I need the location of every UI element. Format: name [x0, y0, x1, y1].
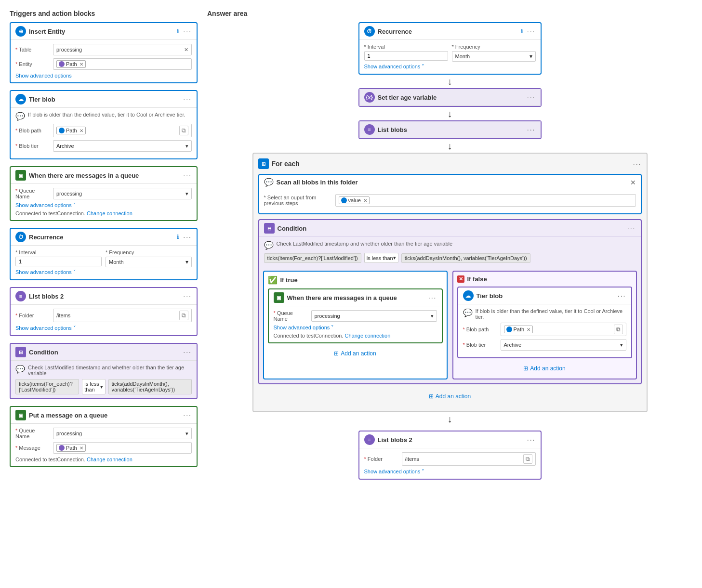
queue-left-change-connection[interactable]: Change connection [87, 210, 132, 216]
put-message-tag-text: Path [66, 445, 77, 451]
list-blobs-menu[interactable]: ··· [527, 126, 536, 133]
if-true-queue-menu[interactable]: ··· [428, 294, 437, 301]
condition-right-menu[interactable]: ··· [627, 224, 636, 232]
table-clear-icon[interactable]: ✕ [184, 47, 188, 53]
if-false-tier-blob-card: ☁ Tier blob ··· 💬 If blob is olde [457, 287, 632, 358]
if-false-tier-blob-description: 💬 If blob is older than the defined valu… [463, 308, 626, 320]
condition-left-op[interactable]: is less than ▾ [82, 379, 105, 394]
set-tier-age-menu[interactable]: ··· [527, 93, 536, 101]
recurrence-left-interval-input[interactable] [15, 257, 102, 266]
if-true-add-action[interactable]: ⊞ Add an action [268, 347, 443, 360]
folder-bottom-copy-icon[interactable]: ⧉ [523, 454, 532, 464]
if-false-blob-path-tag-close[interactable]: ✕ [527, 327, 530, 332]
if-false-blob-tier-value[interactable]: Archive ▾ [501, 339, 626, 351]
list-blobs-2-left-menu[interactable]: ··· [183, 292, 192, 300]
condition-left-menu[interactable]: ··· [183, 348, 192, 356]
scan-blobs-value-tag-close[interactable]: ✕ [363, 198, 367, 203]
recurrence-left-menu[interactable]: ··· [183, 233, 192, 241]
list-blobs-2-left-title: List blobs 2 [29, 293, 64, 300]
condition-right-left: ticks(items(For_each)?['LastModified']) [264, 253, 361, 263]
insert-entity-show-advanced[interactable]: Show advanced options [15, 73, 192, 78]
recurrence-left-frequency-select[interactable]: Month ▾ [106, 257, 192, 267]
set-tier-age-icon: {x} [364, 92, 375, 103]
if-true-queue-name-label: Queue Name [274, 310, 307, 322]
if-true-queue-change-connection[interactable]: Change connection [345, 333, 391, 339]
put-message-left-title: Put a message on a queue [29, 412, 107, 419]
queue-name-left-value[interactable]: processing ▾ [53, 188, 192, 199]
list-blobs-2-bottom-menu[interactable]: ··· [527, 436, 536, 444]
if-false-add-action-icon: ⊞ [523, 365, 528, 372]
if-true-branch: ✅ If true ▣ When there are messages in a… [263, 271, 448, 379]
put-message-change-connection[interactable]: Change connection [87, 457, 132, 462]
scan-blobs-value[interactable]: value ✕ [335, 194, 636, 207]
if-false-blob-tier-label: Blob tier [463, 342, 497, 348]
scan-blobs-value-tag-icon [341, 197, 347, 203]
if-false-blob-path-copy-icon[interactable]: ⧉ [614, 325, 623, 334]
recurrence-right-show-advanced[interactable]: Show advanced options ˅ [364, 64, 536, 70]
folder-left-value[interactable]: /items ⧉ [53, 309, 192, 322]
table-value[interactable]: processing ✕ [53, 44, 192, 55]
for-each-add-action-icon: ⊞ [429, 393, 434, 400]
put-message-value[interactable]: Path ✕ [53, 442, 192, 454]
for-each-menu[interactable]: ··· [633, 160, 642, 168]
recurrence-right-menu[interactable]: ··· [527, 27, 536, 35]
tier-blob-left-menu[interactable]: ··· [183, 95, 192, 103]
blob-path-left-label: Blob path [15, 128, 49, 133]
blob-path-left-value[interactable]: Path ✕ ⧉ [53, 124, 192, 137]
entity-label: Entity [15, 61, 49, 67]
entity-tag-close[interactable]: ✕ [79, 62, 83, 67]
folder-bottom-value[interactable]: /items ⧉ [402, 452, 536, 466]
queue-left-menu[interactable]: ··· [183, 171, 192, 179]
if-false-label: If false [467, 275, 487, 283]
if-false-add-action[interactable]: ⊞ Add an action [457, 362, 632, 375]
if-false-blob-path-value[interactable]: Path ✕ ⧉ [501, 323, 626, 336]
put-queue-name-value[interactable]: processing ▾ [53, 428, 192, 439]
recurrence-right-interval-input[interactable] [364, 51, 448, 61]
list-blobs-2-left-show-advanced[interactable]: Show advanced options ˅ [15, 325, 192, 331]
if-true-add-action-icon: ⊞ [334, 350, 339, 357]
recurrence-left-frequency-arrow: ▾ [185, 259, 188, 265]
recurrence-right-frequency-select[interactable]: Month ▾ [452, 51, 536, 62]
scan-blobs-close[interactable]: ✕ [630, 179, 636, 186]
if-true-label: If true [280, 276, 298, 284]
recurrence-left-info-icon[interactable]: ℹ [177, 234, 179, 240]
if-true-queue-show-advanced[interactable]: Show advanced options ˅ [274, 325, 437, 331]
table-label: Table [15, 47, 49, 52]
recurrence-left-show-advanced[interactable]: Show advanced options ˅ [15, 269, 192, 275]
insert-entity-info-icon[interactable]: ℹ [177, 28, 179, 35]
for-each-icon: ⊞ [258, 158, 269, 169]
condition-right-title: Condition [278, 225, 307, 232]
condition-left-right: ticks(addDaysInMonth(), variables('TierA… [108, 379, 192, 394]
flow-arrow-1: ↓ [448, 75, 452, 88]
put-message-left-icon: ▣ [15, 410, 26, 420]
folder-left-label: Folder [15, 313, 49, 318]
list-blobs-icon: ≡ [364, 124, 375, 135]
blob-tier-left-value[interactable]: Archive ▾ [53, 140, 192, 152]
blob-path-left-tag-close[interactable]: ✕ [79, 128, 83, 133]
put-message-tag-close[interactable]: ✕ [79, 445, 83, 451]
condition-left-op-arrow: ▾ [100, 384, 103, 390]
blob-tier-left-dropdown-icon: ▾ [185, 143, 188, 149]
if-true-queue-card: ▣ When there are messages in a queue ···… [268, 288, 443, 343]
recurrence-right-info-icon[interactable]: ℹ [521, 28, 523, 35]
put-message-connected-info: Connected to testConnection. Change conn… [15, 457, 192, 462]
insert-entity-menu[interactable]: ··· [183, 27, 192, 35]
condition-right-op[interactable]: is less than ▾ [364, 253, 398, 263]
condition-right-card: ⊟ Condition ··· 💬 Check LastModified tim… [258, 219, 642, 384]
flow-arrow-4: ↓ [448, 412, 452, 426]
recurrence-right-frequency-label: * Frequency [452, 44, 536, 50]
queue-left-show-advanced[interactable]: Show advanced options ˅ [15, 202, 192, 209]
if-true-queue-name-value[interactable]: processing ▾ [311, 310, 437, 322]
entity-value[interactable]: Path ✕ [53, 58, 192, 70]
for-each-add-action[interactable]: ⊞ Add an action [258, 389, 642, 404]
list-blobs-2-bottom-show-advanced[interactable]: Show advanced options ˅ [364, 469, 536, 475]
if-false-tier-blob-menu[interactable]: ··· [618, 292, 626, 300]
folder-left-copy-icon[interactable]: ⧉ [179, 311, 188, 320]
put-message-left-menu[interactable]: ··· [183, 411, 192, 419]
blob-path-left-copy-icon[interactable]: ⧉ [179, 126, 188, 135]
recurrence-left-icon: ⏱ [15, 232, 26, 242]
queue-left-title: When there are messages in a queue [29, 172, 139, 179]
list-blobs-2-left-icon: ≡ [15, 291, 26, 301]
insert-entity-card: ⊕ Insert Entity ℹ ··· Table processing ✕ [10, 22, 198, 83]
set-tier-age-card: {x} Set tier age variable ··· [358, 88, 542, 107]
